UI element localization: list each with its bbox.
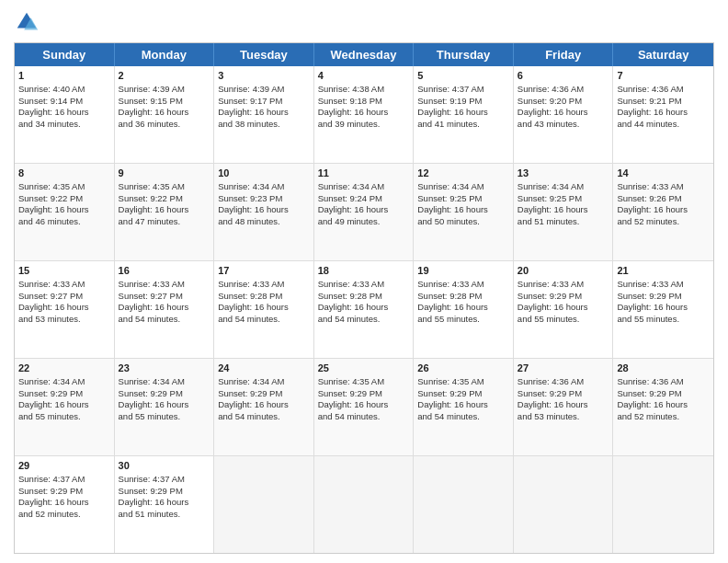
day-info-line: Sunset: 9:18 PM [318,96,410,108]
day-info-line: Sunrise: 4:34 AM [218,181,310,193]
cal-cell-day-8: 8Sunrise: 4:35 AMSunset: 9:22 PMDaylight… [15,164,115,260]
day-info-line: Daylight: 16 hours [617,107,710,119]
cal-cell-day-20: 20Sunrise: 4:33 AMSunset: 9:29 PMDayligh… [514,261,614,358]
day-info-line: Sunset: 9:22 PM [18,193,110,205]
day-number: 11 [318,167,410,180]
day-info-line: Sunrise: 4:35 AM [417,376,509,388]
day-info-line: Sunrise: 4:33 AM [617,181,710,193]
day-number: 23 [119,362,210,375]
day-info-line: and 52 minutes. [18,509,110,521]
day-info-line: Daylight: 16 hours [218,302,310,314]
day-info-line: and 55 minutes. [617,314,710,326]
day-info-line: and 53 minutes. [18,314,110,326]
calendar: SundayMondayTuesdayWednesdayThursdayFrid… [14,42,714,554]
day-info-line: and 44 minutes. [617,119,710,131]
day-info-line: Sunset: 9:29 PM [119,388,210,400]
day-info-line: Sunset: 9:28 PM [417,291,509,303]
day-info-line: and 55 minutes. [417,314,509,326]
day-info-line: Sunrise: 4:39 AM [119,84,210,96]
day-info-line: and 52 minutes. [617,411,710,423]
day-info-line: Daylight: 16 hours [417,107,509,119]
day-info-line: Sunset: 9:15 PM [119,96,210,108]
day-info-line: Sunset: 9:26 PM [617,193,710,205]
day-info-line: Daylight: 16 hours [518,107,609,119]
cal-cell-day-3: 3Sunrise: 4:39 AMSunset: 9:17 PMDaylight… [214,66,314,163]
cal-cell-day-7: 7Sunrise: 4:36 AMSunset: 9:21 PMDaylight… [613,66,713,163]
day-info-line: Sunset: 9:21 PM [617,96,710,108]
day-number: 5 [417,69,509,83]
day-info-line: Sunrise: 4:36 AM [617,84,710,96]
day-info-line: Sunrise: 4:34 AM [218,376,310,388]
cal-cell-empty [414,456,514,553]
cal-cell-empty [214,456,314,553]
day-info-line: Sunset: 9:29 PM [119,486,210,498]
day-info-line: Sunrise: 4:34 AM [18,376,110,388]
cal-cell-day-29: 29Sunrise: 4:37 AMSunset: 9:29 PMDayligh… [15,456,115,553]
cal-cell-day-30: 30Sunrise: 4:37 AMSunset: 9:29 PMDayligh… [115,456,215,553]
cal-cell-day-21: 21Sunrise: 4:33 AMSunset: 9:29 PMDayligh… [613,261,713,358]
cal-header-sunday: Sunday [15,43,115,66]
day-info-line: Sunset: 9:24 PM [318,193,410,205]
cal-cell-day-28: 28Sunrise: 4:36 AMSunset: 9:29 PMDayligh… [613,359,713,455]
day-info-line: Sunset: 9:29 PM [18,388,110,400]
day-info-line: Sunset: 9:19 PM [417,96,509,108]
day-info-line: Sunset: 9:29 PM [617,291,710,303]
day-info-line: Sunrise: 4:39 AM [218,84,310,96]
day-info-line: and 41 minutes. [417,119,509,131]
day-info-line: Daylight: 16 hours [119,497,210,509]
day-number: 4 [318,69,410,83]
cal-cell-day-22: 22Sunrise: 4:34 AMSunset: 9:29 PMDayligh… [15,359,115,455]
cal-cell-day-6: 6Sunrise: 4:36 AMSunset: 9:20 PMDaylight… [514,66,614,163]
day-info-line: Daylight: 16 hours [218,204,310,216]
day-info-line: and 38 minutes. [218,119,310,131]
cal-cell-day-17: 17Sunrise: 4:33 AMSunset: 9:28 PMDayligh… [214,261,314,358]
day-info-line: and 54 minutes. [417,411,509,423]
cal-week-1: 1Sunrise: 4:40 AMSunset: 9:14 PMDaylight… [15,66,713,164]
day-info-line: and 39 minutes. [318,119,410,131]
day-info-line: and 36 minutes. [119,119,210,131]
day-number: 9 [119,167,210,180]
cal-header-monday: Monday [115,43,215,66]
day-info-line: Daylight: 16 hours [18,204,110,216]
cal-header-saturday: Saturday [613,43,713,66]
cal-cell-day-4: 4Sunrise: 4:38 AMSunset: 9:18 PMDaylight… [314,66,415,163]
day-info-line: Daylight: 16 hours [318,107,410,119]
day-info-line: Sunset: 9:29 PM [417,388,509,400]
cal-cell-day-11: 11Sunrise: 4:34 AMSunset: 9:24 PMDayligh… [314,164,415,260]
day-info-line: Daylight: 16 hours [18,399,110,411]
day-number: 24 [218,362,310,375]
day-info-line: Sunrise: 4:33 AM [119,279,210,291]
day-info-line: Sunrise: 4:34 AM [417,181,509,193]
day-info-line: and 50 minutes. [417,216,509,228]
day-info-line: and 51 minutes. [518,216,609,228]
day-info-line: and 52 minutes. [617,216,710,228]
day-info-line: and 46 minutes. [18,216,110,228]
day-info-line: Daylight: 16 hours [417,399,509,411]
day-info-line: Sunset: 9:29 PM [318,388,410,400]
day-number: 6 [518,69,609,83]
cal-cell-day-24: 24Sunrise: 4:34 AMSunset: 9:29 PMDayligh… [214,359,314,455]
cal-cell-day-19: 19Sunrise: 4:33 AMSunset: 9:28 PMDayligh… [414,261,514,358]
day-info-line: Sunrise: 4:36 AM [518,84,609,96]
day-info-line: Sunrise: 4:33 AM [518,279,609,291]
day-number: 3 [218,69,310,83]
day-number: 7 [617,69,710,83]
day-info-line: and 47 minutes. [119,216,210,228]
day-info-line: Daylight: 16 hours [119,204,210,216]
day-number: 13 [518,167,609,180]
cal-header-tuesday: Tuesday [214,43,314,66]
day-info-line: Daylight: 16 hours [318,204,410,216]
day-number: 1 [18,69,110,83]
day-info-line: Sunset: 9:25 PM [518,193,609,205]
day-info-line: Daylight: 16 hours [518,302,609,314]
day-number: 21 [617,264,710,278]
day-info-line: and 55 minutes. [18,411,110,423]
day-info-line: Daylight: 16 hours [318,399,410,411]
day-info-line: Daylight: 16 hours [417,204,509,216]
cal-cell-empty [613,456,713,553]
day-info-line: Sunset: 9:20 PM [518,96,609,108]
day-info-line: Sunrise: 4:34 AM [318,181,410,193]
day-info-line: Sunrise: 4:36 AM [518,376,609,388]
cal-cell-day-27: 27Sunrise: 4:36 AMSunset: 9:29 PMDayligh… [514,359,614,455]
day-info-line: Sunset: 9:28 PM [318,291,410,303]
